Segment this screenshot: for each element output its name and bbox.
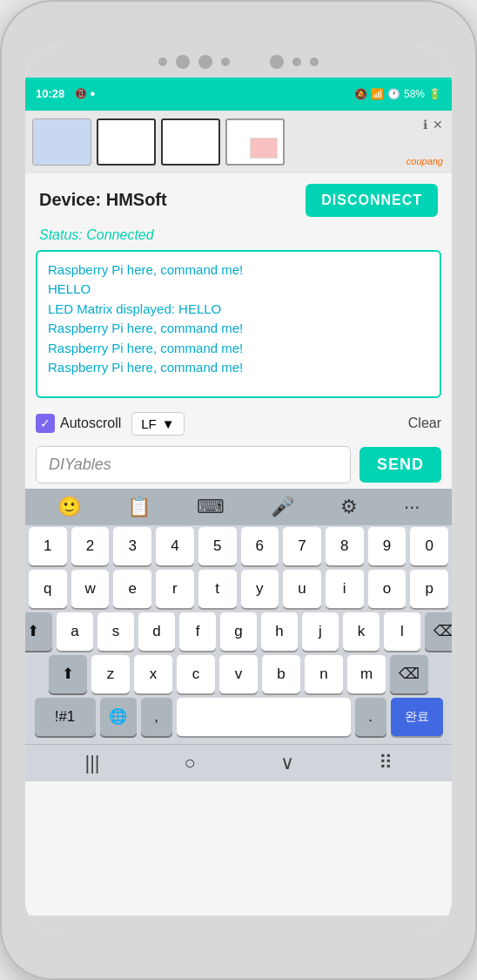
clipboard-icon[interactable]: 📋 xyxy=(127,496,151,518)
navigation-bar: ||| ○ ∨ ⠿ xyxy=(25,744,452,781)
status-row: Status: Connected xyxy=(25,227,452,250)
camera-lens xyxy=(176,55,190,69)
ad-thumb-4[interactable] xyxy=(225,118,285,166)
row-qwerty: qwertyuiop xyxy=(29,570,448,608)
grid-nav-icon[interactable]: ⠿ xyxy=(379,752,393,774)
camera-dot-1 xyxy=(158,57,167,66)
silent-icon: 🔕 xyxy=(354,88,367,100)
shift-key[interactable]: ⬆ xyxy=(49,655,87,693)
backspace-key[interactable]: ⌫ xyxy=(425,612,452,651)
clear-button[interactable]: Clear xyxy=(408,416,441,431)
key-i[interactable]: i xyxy=(326,570,364,608)
key-c[interactable]: c xyxy=(177,655,215,693)
key-f[interactable]: f xyxy=(179,612,216,651)
more-icon[interactable]: ··· xyxy=(404,496,420,518)
clock-icon: 🕐 xyxy=(387,88,400,100)
caps-key[interactable]: ⬆ xyxy=(25,612,52,651)
settings-icon[interactable]: ⚙ xyxy=(340,496,358,518)
camera-dot-4 xyxy=(310,57,319,66)
symbols-key[interactable]: !#1 xyxy=(35,698,96,736)
connection-status: Status: Connected xyxy=(39,227,154,242)
autoscroll-checkbox[interactable]: ✓ xyxy=(36,414,55,433)
key-e[interactable]: e xyxy=(113,570,151,608)
key-n[interactable]: n xyxy=(305,655,343,693)
time-display: 10:28 xyxy=(36,87,64,100)
autoscroll-label: Autoscroll xyxy=(60,416,121,431)
disconnect-button[interactable]: DISCONNECT xyxy=(306,184,438,217)
ad-close-icon[interactable]: ✕ xyxy=(433,118,443,132)
key-0[interactable]: 0 xyxy=(410,527,448,565)
phone-top-bar xyxy=(25,46,452,78)
key-l[interactable]: l xyxy=(384,612,420,651)
key-4[interactable]: 4 xyxy=(156,527,194,565)
ad-info-icon[interactable]: ℹ xyxy=(423,118,427,132)
camera-front xyxy=(270,55,284,69)
comma-key[interactable]: , xyxy=(141,698,172,736)
key-z[interactable]: z xyxy=(91,655,130,693)
keyboard-rows: 1234567890 qwertyuiop ⬆ asdfghjkl ⌫ ⬆zxc… xyxy=(25,525,452,744)
key-d[interactable]: d xyxy=(138,612,175,651)
key-5[interactable]: 5 xyxy=(198,527,237,565)
emoji-icon[interactable]: 🙂 xyxy=(57,496,81,518)
key-v[interactable]: v xyxy=(219,655,258,693)
lf-value: LF xyxy=(141,416,157,431)
key-x[interactable]: x xyxy=(134,655,172,693)
send-button[interactable]: SEND xyxy=(359,447,441,483)
phone-bottom-bar xyxy=(25,916,452,935)
lf-dropdown[interactable]: LF ▼ xyxy=(131,412,184,436)
home-nav-icon[interactable]: ○ xyxy=(184,752,195,774)
key-y[interactable]: y xyxy=(241,570,279,608)
phone-outer: 10:28 📵 ● 🔕 📶 🕐 58% 🔋 ℹ ✕ coupang xyxy=(0,0,477,980)
ad-thumb-3[interactable] xyxy=(161,118,220,166)
key-7[interactable]: 7 xyxy=(283,527,321,565)
keyboard-icon[interactable]: ⌨ xyxy=(197,496,225,518)
key-u[interactable]: u xyxy=(283,570,321,608)
device-label: Device: HMSoft xyxy=(39,190,167,210)
key-q[interactable]: q xyxy=(29,570,67,608)
battery-display: 58% xyxy=(404,88,425,100)
chevron-down-icon: ▼ xyxy=(162,416,175,431)
key-h[interactable]: h xyxy=(261,612,298,651)
key-6[interactable]: 6 xyxy=(241,527,279,565)
key-8[interactable]: 8 xyxy=(326,527,364,565)
send-input[interactable] xyxy=(36,446,351,483)
key-k[interactable]: k xyxy=(343,612,380,651)
key-m[interactable]: m xyxy=(347,655,386,693)
key-3[interactable]: 3 xyxy=(113,527,151,565)
key-9[interactable]: 9 xyxy=(368,527,406,565)
status-right: 🔕 📶 🕐 58% 🔋 xyxy=(354,88,441,100)
phone-inner: 10:28 📵 ● 🔕 📶 🕐 58% 🔋 ℹ ✕ coupang xyxy=(25,46,452,935)
ad-brand: coupang xyxy=(406,156,443,166)
key-w[interactable]: w xyxy=(71,570,110,608)
delete-key[interactable]: ⌫ xyxy=(390,655,428,693)
serial-monitor[interactable]: Raspberry Pi here, command me!HELLOLED M… xyxy=(36,250,441,398)
ad-thumb-1[interactable] xyxy=(32,118,91,166)
microphone-icon[interactable]: 🎤 xyxy=(271,496,294,518)
key-2[interactable]: 2 xyxy=(71,527,110,565)
done-key[interactable]: 완료 xyxy=(391,698,443,736)
key-p[interactable]: p xyxy=(410,570,448,608)
back-nav-icon[interactable]: ||| xyxy=(84,752,99,774)
ad-thumb-2[interactable] xyxy=(97,118,156,166)
key-g[interactable]: g xyxy=(220,612,257,651)
autoscroll-check[interactable]: ✓ Autoscroll xyxy=(36,414,121,433)
status-time: 10:28 📵 ● xyxy=(36,87,96,100)
key-t[interactable]: t xyxy=(198,570,237,608)
key-s[interactable]: s xyxy=(97,612,134,651)
key-b[interactable]: b xyxy=(262,655,300,693)
battery-icon: 🔋 xyxy=(428,88,441,100)
sim-icon: 📵 ● xyxy=(75,88,96,99)
key-o[interactable]: o xyxy=(368,570,406,608)
key-1[interactable]: 1 xyxy=(29,527,67,565)
space-key[interactable] xyxy=(177,698,351,736)
row-asdf: ⬆ asdfghjkl ⌫ xyxy=(29,612,448,651)
key-a[interactable]: a xyxy=(57,612,93,651)
globe-key[interactable]: 🌐 xyxy=(100,698,137,736)
key-j[interactable]: j xyxy=(302,612,339,651)
recents-nav-icon[interactable]: ∨ xyxy=(280,752,294,774)
bottom-row: !#1 🌐 , . 완료 xyxy=(29,698,448,736)
period-key[interactable]: . xyxy=(355,698,386,736)
device-row: Device: HMSoft DISCONNECT xyxy=(25,173,452,227)
key-r[interactable]: r xyxy=(156,570,194,608)
row-zxcv: ⬆zxcvbnm⌫ xyxy=(29,655,448,693)
